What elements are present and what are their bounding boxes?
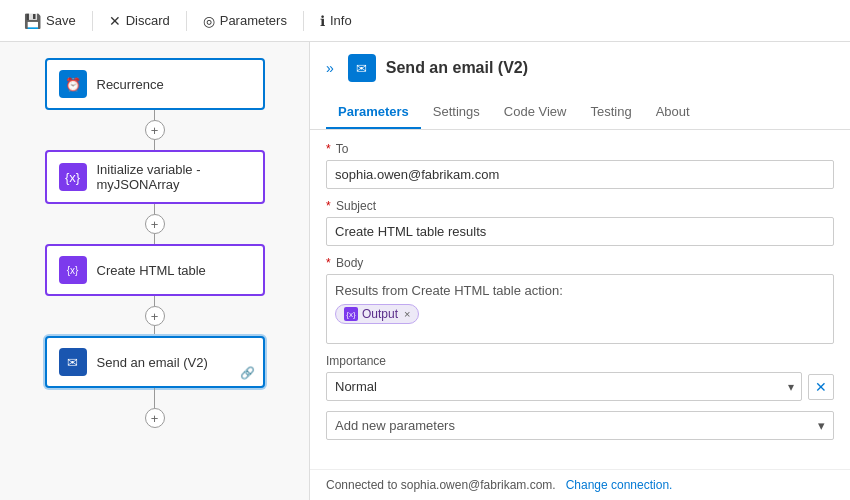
- subject-input[interactable]: [326, 217, 834, 246]
- main-layout: ⏰ Recurrence + {x} Initialize variable -…: [0, 42, 850, 500]
- toolbar-separator-3: [303, 11, 304, 31]
- to-field: * To: [326, 142, 834, 189]
- tab-parameters[interactable]: Parameters: [326, 98, 421, 129]
- subject-label: * Subject: [326, 199, 834, 213]
- detail-footer: Connected to sophia.owen@fabrikam.com. C…: [310, 469, 850, 500]
- info-icon: ℹ: [320, 13, 325, 29]
- tab-testing[interactable]: Testing: [578, 98, 643, 129]
- body-label: * Body: [326, 256, 834, 270]
- add-params-dropdown[interactable]: Add new parameters ▾: [326, 411, 834, 440]
- add-step-2[interactable]: +: [145, 214, 165, 234]
- node-send-email[interactable]: ✉ Send an email (V2) 🔗: [45, 336, 265, 388]
- connector-1: +: [145, 110, 165, 150]
- detail-title: Send an email (V2): [386, 59, 528, 77]
- footer-connected-text: Connected to sophia.owen@fabrikam.com.: [326, 478, 556, 492]
- connector-line-4: [154, 388, 155, 408]
- node-create-html-table-label: Create HTML table: [97, 263, 251, 278]
- add-step-4[interactable]: +: [145, 408, 165, 428]
- body-required: *: [326, 256, 331, 270]
- tab-code-view[interactable]: Code View: [492, 98, 579, 129]
- to-required: *: [326, 142, 331, 156]
- node-send-email-label: Send an email (V2): [97, 355, 251, 370]
- node-link-icon: 🔗: [240, 366, 255, 380]
- connector-line-2b: [154, 234, 155, 244]
- add-step-1[interactable]: +: [145, 120, 165, 140]
- connector-2: +: [145, 204, 165, 244]
- tab-about[interactable]: About: [644, 98, 702, 129]
- toolbar: 💾 Save ✕ Discard ◎ Parameters ℹ Info: [0, 0, 850, 42]
- connector-4: +: [145, 388, 165, 428]
- detail-header: » ✉ Send an email (V2): [310, 42, 850, 82]
- node-create-html-table[interactable]: {x} Create HTML table: [45, 244, 265, 296]
- discard-button[interactable]: ✕ Discard: [97, 9, 182, 33]
- importance-clear-button[interactable]: ✕: [808, 374, 834, 400]
- detail-icon: ✉: [348, 54, 376, 82]
- node-recurrence[interactable]: ⏰ Recurrence: [45, 58, 265, 110]
- body-container[interactable]: Results from Create HTML table action: {…: [326, 274, 834, 344]
- subject-required: *: [326, 199, 331, 213]
- subject-field: * Subject: [326, 199, 834, 246]
- connector-line-1: [154, 110, 155, 120]
- toolbar-separator-2: [186, 11, 187, 31]
- parameters-icon: ◎: [203, 13, 215, 29]
- output-token-label: Output: [362, 307, 398, 321]
- node-recurrence-icon: ⏰: [59, 70, 87, 98]
- importance-field: Importance Normal Low High ▾ ✕: [326, 354, 834, 401]
- importance-select-wrap: Normal Low High ▾: [326, 372, 802, 401]
- output-token-icon: {x}: [344, 307, 358, 321]
- connector-line-1b: [154, 140, 155, 150]
- add-step-3[interactable]: +: [145, 306, 165, 326]
- detail-tabs: Parameters Settings Code View Testing Ab…: [310, 90, 850, 130]
- node-create-html-table-icon: {x}: [59, 256, 87, 284]
- parameters-button[interactable]: ◎ Parameters: [191, 9, 299, 33]
- change-connection-link[interactable]: Change connection.: [566, 478, 673, 492]
- output-token-close[interactable]: ×: [404, 308, 410, 320]
- connector-line-3: [154, 296, 155, 306]
- node-init-variable-icon: {x}: [59, 163, 87, 191]
- workflow-panel: ⏰ Recurrence + {x} Initialize variable -…: [0, 42, 310, 500]
- node-init-variable[interactable]: {x} Initialize variable - myJSONArray: [45, 150, 265, 204]
- discard-icon: ✕: [109, 13, 121, 29]
- save-icon: 💾: [24, 13, 41, 29]
- to-input[interactable]: [326, 160, 834, 189]
- node-recurrence-label: Recurrence: [97, 77, 251, 92]
- connector-line-2: [154, 204, 155, 214]
- add-params-label: Add new parameters: [335, 418, 455, 433]
- connector-3: +: [145, 296, 165, 336]
- node-init-variable-label: Initialize variable - myJSONArray: [97, 162, 251, 192]
- node-send-email-icon: ✉: [59, 348, 87, 376]
- connector-line-3b: [154, 326, 155, 336]
- form-area: * To * Subject * Body Re: [310, 130, 850, 469]
- save-button[interactable]: 💾 Save: [12, 9, 88, 33]
- toolbar-separator-1: [92, 11, 93, 31]
- output-token: {x} Output ×: [335, 304, 419, 324]
- expand-button[interactable]: »: [322, 56, 338, 80]
- detail-panel: » ✉ Send an email (V2) Parameters Settin…: [310, 42, 850, 500]
- to-label: * To: [326, 142, 834, 156]
- importance-select[interactable]: Normal Low High: [326, 372, 802, 401]
- importance-row: Normal Low High ▾ ✕: [326, 372, 834, 401]
- importance-label: Importance: [326, 354, 834, 368]
- body-field: * Body Results from Create HTML table ac…: [326, 256, 834, 344]
- info-button[interactable]: ℹ Info: [308, 9, 364, 33]
- body-text: Results from Create HTML table action:: [335, 283, 825, 298]
- add-params-chevron-icon: ▾: [818, 418, 825, 433]
- tab-settings[interactable]: Settings: [421, 98, 492, 129]
